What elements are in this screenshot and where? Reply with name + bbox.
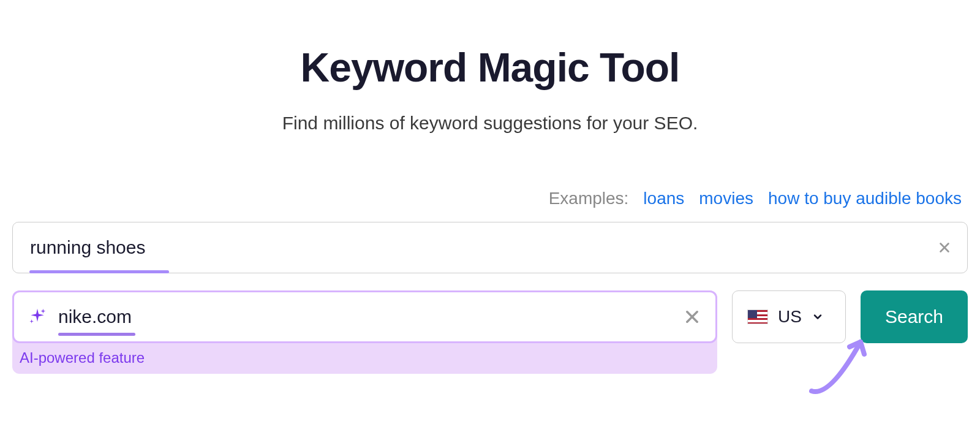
us-flag-icon <box>747 309 768 324</box>
keyword-input-wrap <box>12 222 968 273</box>
examples-row: Examples: loans movies how to buy audibl… <box>12 189 968 208</box>
second-row: nike.com AI-powered feature US Search <box>12 290 968 374</box>
examples-label: Examples: <box>549 189 629 208</box>
domain-value: nike.com <box>58 306 132 327</box>
domain-highlight-underline <box>58 333 135 336</box>
close-icon <box>938 241 951 254</box>
example-link-movies[interactable]: movies <box>699 189 753 208</box>
close-icon <box>684 308 701 325</box>
clear-domain-button[interactable] <box>684 308 701 325</box>
keyword-highlight-underline <box>29 270 169 273</box>
chevron-down-icon <box>812 311 824 323</box>
domain-block: nike.com AI-powered feature <box>12 290 717 374</box>
clear-keyword-button[interactable] <box>936 239 953 256</box>
search-button[interactable]: Search <box>861 290 968 343</box>
country-select[interactable]: US <box>732 290 846 343</box>
example-link-loans[interactable]: loans <box>643 189 684 208</box>
keyword-input[interactable] <box>12 222 968 273</box>
domain-input[interactable]: nike.com <box>12 290 717 343</box>
country-code: US <box>778 307 802 327</box>
page-title: Keyword Magic Tool <box>12 44 968 91</box>
example-link-audible[interactable]: how to buy audible books <box>768 189 962 208</box>
page-subtitle: Find millions of keyword suggestions for… <box>12 113 968 134</box>
sparkle-icon <box>28 307 47 327</box>
search-button-label: Search <box>885 306 943 327</box>
ai-feature-label: AI-powered feature <box>12 343 717 366</box>
